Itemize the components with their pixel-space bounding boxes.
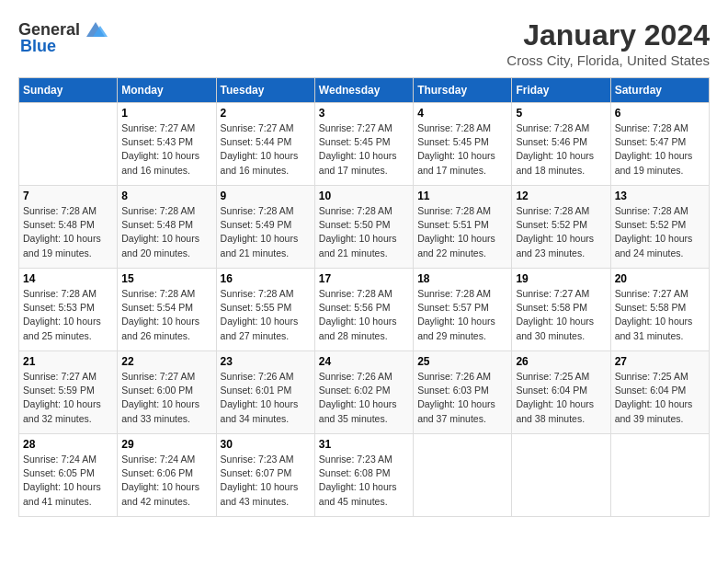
week-row-5: 28Sunrise: 7:24 AMSunset: 6:05 PMDayligh… (19, 434, 710, 517)
logo-blue-text: Blue (20, 37, 56, 56)
day-info: Sunrise: 7:28 AMSunset: 5:55 PMDaylight:… (221, 287, 311, 343)
day-cell: 22Sunrise: 7:27 AMSunset: 6:00 PMDayligh… (118, 351, 216, 434)
day-cell: 8Sunrise: 7:28 AMSunset: 5:48 PMDaylight… (118, 186, 216, 269)
day-info: Sunrise: 7:28 AMSunset: 5:52 PMDaylight:… (615, 204, 705, 260)
day-number: 17 (319, 272, 409, 285)
day-info: Sunrise: 7:23 AMSunset: 6:07 PMDaylight:… (221, 453, 311, 509)
day-cell: 1Sunrise: 7:27 AMSunset: 5:43 PMDaylight… (118, 103, 216, 186)
day-cell: 21Sunrise: 7:27 AMSunset: 5:59 PMDayligh… (19, 351, 118, 434)
day-info: Sunrise: 7:27 AMSunset: 5:58 PMDaylight:… (615, 287, 705, 343)
day-info: Sunrise: 7:28 AMSunset: 5:46 PMDaylight:… (516, 121, 606, 178)
day-cell: 18Sunrise: 7:28 AMSunset: 5:57 PMDayligh… (414, 269, 512, 351)
day-cell: 17Sunrise: 7:28 AMSunset: 5:56 PMDayligh… (314, 269, 413, 351)
day-info: Sunrise: 7:28 AMSunset: 5:50 PMDaylight:… (319, 204, 409, 260)
day-info: Sunrise: 7:28 AMSunset: 5:48 PMDaylight:… (23, 204, 113, 260)
day-cell (414, 434, 512, 517)
day-info: Sunrise: 7:27 AMSunset: 5:58 PMDaylight:… (516, 287, 606, 343)
calendar-header: SundayMondayTuesdayWednesdayThursdayFrid… (19, 78, 710, 103)
day-cell: 4Sunrise: 7:28 AMSunset: 5:45 PMDaylight… (414, 103, 512, 186)
day-info: Sunrise: 7:28 AMSunset: 5:53 PMDaylight:… (23, 287, 113, 343)
header-cell-sunday: Sunday (19, 78, 118, 103)
day-number: 10 (319, 190, 409, 202)
day-number: 11 (417, 190, 507, 202)
day-cell: 30Sunrise: 7:23 AMSunset: 6:07 PMDayligh… (216, 434, 314, 517)
day-info: Sunrise: 7:23 AMSunset: 6:08 PMDaylight:… (319, 453, 409, 509)
day-info: Sunrise: 7:28 AMSunset: 5:45 PMDaylight:… (417, 121, 507, 178)
title-section: January 2024 Cross City, Florida, United… (506, 18, 710, 68)
day-info: Sunrise: 7:28 AMSunset: 5:51 PMDaylight:… (417, 204, 507, 260)
day-cell: 11Sunrise: 7:28 AMSunset: 5:51 PMDayligh… (414, 186, 512, 269)
day-number: 12 (516, 190, 606, 202)
day-info: Sunrise: 7:27 AMSunset: 5:59 PMDaylight:… (23, 370, 113, 426)
week-row-2: 7Sunrise: 7:28 AMSunset: 5:48 PMDaylight… (19, 186, 710, 269)
day-info: Sunrise: 7:25 AMSunset: 6:04 PMDaylight:… (516, 370, 606, 426)
day-number: 2 (221, 107, 311, 120)
logo-icon (82, 18, 109, 40)
day-info: Sunrise: 7:28 AMSunset: 5:47 PMDaylight:… (615, 121, 705, 178)
day-info: Sunrise: 7:27 AMSunset: 6:00 PMDaylight:… (121, 370, 211, 426)
day-info: Sunrise: 7:26 AMSunset: 6:02 PMDaylight:… (319, 370, 409, 426)
day-number: 28 (23, 438, 113, 451)
day-cell (512, 434, 610, 517)
day-number: 31 (319, 438, 409, 451)
day-info: Sunrise: 7:24 AMSunset: 6:06 PMDaylight:… (121, 453, 211, 509)
day-number: 27 (615, 355, 705, 368)
day-info: Sunrise: 7:28 AMSunset: 5:52 PMDaylight:… (516, 204, 606, 260)
day-cell: 27Sunrise: 7:25 AMSunset: 6:04 PMDayligh… (610, 351, 709, 434)
header-cell-tuesday: Tuesday (216, 78, 314, 103)
day-number: 6 (615, 107, 705, 120)
day-cell: 25Sunrise: 7:26 AMSunset: 6:03 PMDayligh… (414, 351, 512, 434)
day-number: 13 (615, 190, 705, 202)
day-info: Sunrise: 7:28 AMSunset: 5:57 PMDaylight:… (417, 287, 507, 343)
day-cell: 16Sunrise: 7:28 AMSunset: 5:55 PMDayligh… (216, 269, 314, 351)
day-number: 25 (417, 355, 507, 368)
day-number: 3 (319, 107, 409, 120)
day-cell: 13Sunrise: 7:28 AMSunset: 5:52 PMDayligh… (610, 186, 709, 269)
day-number: 4 (417, 107, 507, 120)
main-title: January 2024 (506, 18, 710, 52)
day-number: 5 (516, 107, 606, 120)
day-cell: 2Sunrise: 7:27 AMSunset: 5:44 PMDaylight… (216, 103, 314, 186)
day-cell: 20Sunrise: 7:27 AMSunset: 5:58 PMDayligh… (610, 269, 709, 351)
calendar-body: 1Sunrise: 7:27 AMSunset: 5:43 PMDaylight… (19, 103, 710, 517)
day-cell: 10Sunrise: 7:28 AMSunset: 5:50 PMDayligh… (314, 186, 413, 269)
day-cell: 29Sunrise: 7:24 AMSunset: 6:06 PMDayligh… (118, 434, 216, 517)
header: General Blue January 2024 Cross City, Fl… (18, 18, 710, 68)
day-number: 26 (516, 355, 606, 368)
day-number: 22 (121, 355, 211, 368)
day-info: Sunrise: 7:26 AMSunset: 6:01 PMDaylight:… (221, 370, 311, 426)
day-info: Sunrise: 7:28 AMSunset: 5:48 PMDaylight:… (121, 204, 211, 260)
day-number: 20 (615, 272, 705, 285)
day-cell: 15Sunrise: 7:28 AMSunset: 5:54 PMDayligh… (118, 269, 216, 351)
header-cell-monday: Monday (118, 78, 216, 103)
day-cell: 5Sunrise: 7:28 AMSunset: 5:46 PMDaylight… (512, 103, 610, 186)
week-row-3: 14Sunrise: 7:28 AMSunset: 5:53 PMDayligh… (19, 269, 710, 351)
day-cell: 9Sunrise: 7:28 AMSunset: 5:49 PMDaylight… (216, 186, 314, 269)
day-cell: 7Sunrise: 7:28 AMSunset: 5:48 PMDaylight… (19, 186, 118, 269)
header-cell-saturday: Saturday (610, 78, 709, 103)
day-number: 24 (319, 355, 409, 368)
day-number: 19 (516, 272, 606, 285)
logo: General Blue (18, 18, 109, 56)
day-cell (19, 103, 118, 186)
day-number: 18 (417, 272, 507, 285)
day-info: Sunrise: 7:28 AMSunset: 5:54 PMDaylight:… (121, 287, 211, 343)
day-info: Sunrise: 7:27 AMSunset: 5:45 PMDaylight:… (319, 121, 409, 178)
day-cell: 12Sunrise: 7:28 AMSunset: 5:52 PMDayligh… (512, 186, 610, 269)
day-number: 16 (221, 272, 311, 285)
day-cell: 3Sunrise: 7:27 AMSunset: 5:45 PMDaylight… (314, 103, 413, 186)
day-cell: 24Sunrise: 7:26 AMSunset: 6:02 PMDayligh… (314, 351, 413, 434)
day-cell: 14Sunrise: 7:28 AMSunset: 5:53 PMDayligh… (19, 269, 118, 351)
header-cell-wednesday: Wednesday (314, 78, 413, 103)
header-cell-thursday: Thursday (414, 78, 512, 103)
week-row-4: 21Sunrise: 7:27 AMSunset: 5:59 PMDayligh… (19, 351, 710, 434)
header-cell-friday: Friday (512, 78, 610, 103)
day-cell: 28Sunrise: 7:24 AMSunset: 6:05 PMDayligh… (19, 434, 118, 517)
day-cell: 23Sunrise: 7:26 AMSunset: 6:01 PMDayligh… (216, 351, 314, 434)
day-cell: 19Sunrise: 7:27 AMSunset: 5:58 PMDayligh… (512, 269, 610, 351)
day-number: 29 (121, 438, 211, 451)
day-number: 14 (23, 272, 113, 285)
day-number: 23 (221, 355, 311, 368)
day-number: 9 (221, 190, 311, 202)
week-row-1: 1Sunrise: 7:27 AMSunset: 5:43 PMDaylight… (19, 103, 710, 186)
